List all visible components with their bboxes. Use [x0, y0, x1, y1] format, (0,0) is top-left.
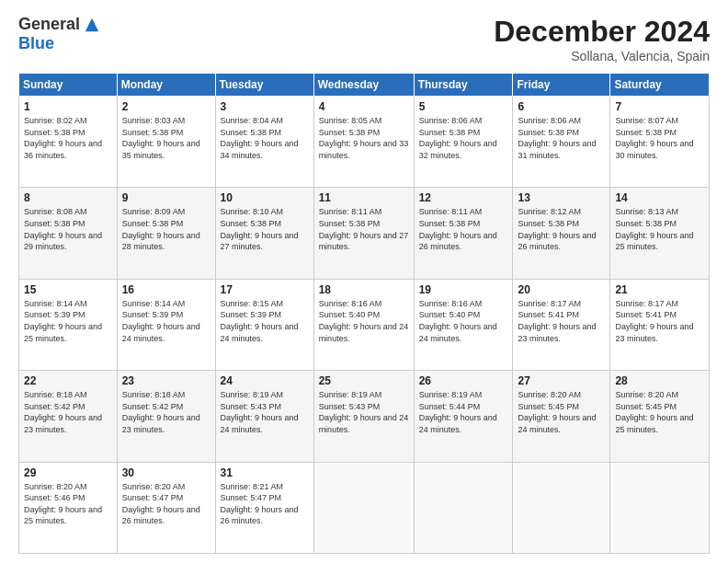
- day-number: 20: [518, 283, 605, 296]
- day-number: 24: [221, 374, 309, 387]
- day-number: 14: [615, 191, 704, 204]
- calendar-day-cell: 15Sunrise: 8:14 AMSunset: 5:39 PMDayligh…: [19, 279, 118, 370]
- day-number: 9: [122, 191, 210, 204]
- day-number: 1: [24, 100, 112, 113]
- calendar-day-cell: [414, 462, 513, 553]
- day-info: Sunrise: 8:20 AMSunset: 5:45 PMDaylight:…: [615, 389, 704, 435]
- calendar-week-row: 8Sunrise: 8:08 AMSunset: 5:38 PMDaylight…: [19, 188, 710, 279]
- day-info: Sunrise: 8:11 AMSunset: 5:38 PMDaylight:…: [319, 206, 409, 252]
- logo-general-text: General: [18, 15, 80, 34]
- day-info: Sunrise: 8:17 AMSunset: 5:41 PMDaylight:…: [615, 298, 704, 344]
- weekday-header-wednesday: Wednesday: [313, 74, 414, 97]
- day-info: Sunrise: 8:05 AMSunset: 5:38 PMDaylight:…: [319, 115, 409, 161]
- title-block: December 2024 Sollana, Valencia, Spain: [494, 15, 710, 63]
- day-info: Sunrise: 8:19 AMSunset: 5:44 PMDaylight:…: [419, 389, 508, 435]
- day-number: 6: [518, 100, 605, 113]
- calendar-day-cell: 30Sunrise: 8:20 AMSunset: 5:47 PMDayligh…: [117, 462, 215, 553]
- day-info: Sunrise: 8:04 AMSunset: 5:38 PMDaylight:…: [221, 115, 309, 161]
- day-info: Sunrise: 8:14 AMSunset: 5:39 PMDaylight:…: [122, 298, 210, 344]
- calendar-week-row: 1Sunrise: 8:02 AMSunset: 5:38 PMDaylight…: [19, 97, 710, 188]
- calendar-day-cell: 9Sunrise: 8:09 AMSunset: 5:38 PMDaylight…: [117, 188, 215, 279]
- calendar-table: SundayMondayTuesdayWednesdayThursdayFrid…: [18, 73, 710, 554]
- page-header: General Blue December 2024 Sollana, Vale…: [18, 15, 710, 63]
- day-number: 12: [419, 191, 508, 204]
- day-number: 16: [122, 283, 210, 296]
- calendar-day-cell: [313, 462, 414, 553]
- calendar-day-cell: 18Sunrise: 8:16 AMSunset: 5:40 PMDayligh…: [313, 279, 414, 370]
- calendar-day-cell: 1Sunrise: 8:02 AMSunset: 5:38 PMDaylight…: [19, 97, 118, 188]
- calendar-day-cell: 13Sunrise: 8:12 AMSunset: 5:38 PMDayligh…: [513, 188, 610, 279]
- day-number: 18: [319, 283, 409, 296]
- calendar-day-cell: 7Sunrise: 8:07 AMSunset: 5:38 PMDaylight…: [610, 97, 710, 188]
- weekday-header-friday: Friday: [513, 74, 610, 97]
- day-number: 21: [615, 283, 704, 296]
- day-info: Sunrise: 8:20 AMSunset: 5:47 PMDaylight:…: [122, 481, 210, 527]
- day-info: Sunrise: 8:07 AMSunset: 5:38 PMDaylight:…: [615, 115, 704, 161]
- day-info: Sunrise: 8:08 AMSunset: 5:38 PMDaylight:…: [24, 206, 112, 252]
- calendar-day-cell: 3Sunrise: 8:04 AMSunset: 5:38 PMDaylight…: [215, 97, 313, 188]
- calendar-day-cell: [610, 462, 710, 553]
- day-number: 19: [419, 283, 508, 296]
- calendar-week-row: 22Sunrise: 8:18 AMSunset: 5:42 PMDayligh…: [19, 371, 710, 462]
- calendar-day-cell: 8Sunrise: 8:08 AMSunset: 5:38 PMDaylight…: [19, 188, 118, 279]
- day-number: 5: [419, 100, 508, 113]
- logo-blue-text: Blue: [18, 34, 54, 53]
- calendar-day-cell: 17Sunrise: 8:15 AMSunset: 5:39 PMDayligh…: [215, 279, 313, 370]
- day-number: 8: [24, 191, 112, 204]
- calendar-day-cell: 28Sunrise: 8:20 AMSunset: 5:45 PMDayligh…: [610, 371, 710, 462]
- day-info: Sunrise: 8:17 AMSunset: 5:41 PMDaylight:…: [518, 298, 605, 344]
- calendar-day-cell: 19Sunrise: 8:16 AMSunset: 5:40 PMDayligh…: [414, 279, 513, 370]
- day-number: 13: [518, 191, 605, 204]
- day-number: 30: [122, 466, 210, 479]
- day-number: 2: [122, 100, 210, 113]
- calendar-day-cell: 5Sunrise: 8:06 AMSunset: 5:38 PMDaylight…: [414, 97, 513, 188]
- day-info: Sunrise: 8:15 AMSunset: 5:39 PMDaylight:…: [221, 298, 309, 344]
- logo-icon: [84, 17, 100, 33]
- location-subtitle: Sollana, Valencia, Spain: [494, 49, 710, 63]
- day-info: Sunrise: 8:18 AMSunset: 5:42 PMDaylight:…: [24, 389, 112, 435]
- day-number: 29: [24, 466, 112, 479]
- calendar-day-cell: 4Sunrise: 8:05 AMSunset: 5:38 PMDaylight…: [313, 97, 414, 188]
- calendar-day-cell: [513, 462, 610, 553]
- calendar-day-cell: 31Sunrise: 8:21 AMSunset: 5:47 PMDayligh…: [215, 462, 313, 553]
- day-number: 31: [221, 466, 309, 479]
- day-info: Sunrise: 8:03 AMSunset: 5:38 PMDaylight:…: [122, 115, 210, 161]
- day-number: 26: [419, 374, 508, 387]
- calendar-header-row: SundayMondayTuesdayWednesdayThursdayFrid…: [19, 74, 710, 97]
- calendar-day-cell: 10Sunrise: 8:10 AMSunset: 5:38 PMDayligh…: [215, 188, 313, 279]
- weekday-header-monday: Monday: [117, 74, 215, 97]
- day-number: 4: [319, 100, 409, 113]
- calendar-day-cell: 11Sunrise: 8:11 AMSunset: 5:38 PMDayligh…: [313, 188, 414, 279]
- day-number: 22: [24, 374, 112, 387]
- calendar-day-cell: 6Sunrise: 8:06 AMSunset: 5:38 PMDaylight…: [513, 97, 610, 188]
- day-info: Sunrise: 8:13 AMSunset: 5:38 PMDaylight:…: [615, 206, 704, 252]
- day-number: 15: [24, 283, 112, 296]
- day-info: Sunrise: 8:21 AMSunset: 5:47 PMDaylight:…: [221, 481, 309, 527]
- day-info: Sunrise: 8:20 AMSunset: 5:45 PMDaylight:…: [518, 389, 605, 435]
- day-number: 28: [615, 374, 704, 387]
- calendar-day-cell: 21Sunrise: 8:17 AMSunset: 5:41 PMDayligh…: [610, 279, 710, 370]
- calendar-day-cell: 22Sunrise: 8:18 AMSunset: 5:42 PMDayligh…: [19, 371, 118, 462]
- month-title: December 2024: [494, 15, 710, 49]
- svg-marker-0: [85, 17, 98, 30]
- day-info: Sunrise: 8:14 AMSunset: 5:39 PMDaylight:…: [24, 298, 112, 344]
- day-info: Sunrise: 8:06 AMSunset: 5:38 PMDaylight:…: [518, 115, 605, 161]
- day-info: Sunrise: 8:18 AMSunset: 5:42 PMDaylight:…: [122, 389, 210, 435]
- day-info: Sunrise: 8:19 AMSunset: 5:43 PMDaylight:…: [319, 389, 409, 435]
- calendar-day-cell: 16Sunrise: 8:14 AMSunset: 5:39 PMDayligh…: [117, 279, 215, 370]
- calendar-day-cell: 2Sunrise: 8:03 AMSunset: 5:38 PMDaylight…: [117, 97, 215, 188]
- day-info: Sunrise: 8:19 AMSunset: 5:43 PMDaylight:…: [221, 389, 309, 435]
- day-info: Sunrise: 8:02 AMSunset: 5:38 PMDaylight:…: [24, 115, 112, 161]
- day-number: 11: [319, 191, 409, 204]
- weekday-header-saturday: Saturday: [610, 74, 710, 97]
- day-info: Sunrise: 8:09 AMSunset: 5:38 PMDaylight:…: [122, 206, 210, 252]
- day-number: 27: [518, 374, 605, 387]
- day-info: Sunrise: 8:11 AMSunset: 5:38 PMDaylight:…: [419, 206, 508, 252]
- day-info: Sunrise: 8:06 AMSunset: 5:38 PMDaylight:…: [419, 115, 508, 161]
- day-info: Sunrise: 8:12 AMSunset: 5:38 PMDaylight:…: [518, 206, 605, 252]
- calendar-day-cell: 23Sunrise: 8:18 AMSunset: 5:42 PMDayligh…: [117, 371, 215, 462]
- day-number: 25: [319, 374, 409, 387]
- day-number: 7: [615, 100, 704, 113]
- day-number: 10: [221, 191, 309, 204]
- calendar-day-cell: 14Sunrise: 8:13 AMSunset: 5:38 PMDayligh…: [610, 188, 710, 279]
